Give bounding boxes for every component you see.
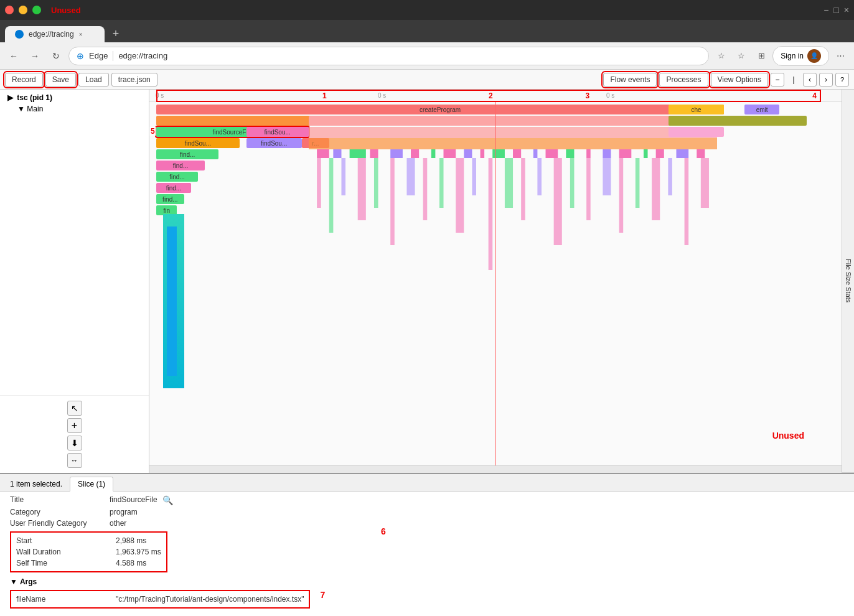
filename-row: fileName "c:/tmp/TracingTutorial/ant-des… <box>16 594 304 605</box>
block-label: find... <box>166 185 181 192</box>
bookmark-button[interactable]: ☆ <box>713 47 730 65</box>
right-sidebar: File Size Stats Metrics Frame Data Input… <box>842 90 854 473</box>
select-tool[interactable]: ↖ <box>67 401 82 416</box>
zoom-minus-button[interactable]: − <box>771 73 784 86</box>
scroll-tool[interactable]: ⬇ <box>67 436 82 450</box>
svg-rect-38 <box>537 158 542 195</box>
process-item[interactable]: ▶ tsc (pid 1) <box>5 92 144 103</box>
flame-chart-canvas[interactable]: createProgram processRootFiles findSourc… <box>149 102 842 465</box>
create-program-block[interactable]: createProgram <box>156 105 724 114</box>
address-bar[interactable]: ⊕ Edge edge://tracing <box>68 47 709 65</box>
save-button[interactable]: Save <box>45 73 76 86</box>
left-panel: ▶ tsc (pid 1) ▼ Main ↖ + ⬇ ↔ <box>0 90 149 473</box>
fit-tool[interactable]: ↔ <box>67 453 82 468</box>
main-salmon-block[interactable] <box>309 116 717 126</box>
svg-rect-46 <box>668 158 672 195</box>
block-label: createProgram <box>420 106 461 113</box>
timeline-scrollbar[interactable] <box>149 465 842 473</box>
svg-rect-27 <box>357 158 365 220</box>
trace-json-button[interactable]: trace.json <box>111 73 157 86</box>
help-button[interactable]: ? <box>835 73 849 86</box>
svg-rect-36 <box>505 158 513 208</box>
maximize-button[interactable] <box>32 6 41 14</box>
svg-rect-48 <box>701 158 709 208</box>
emit-block[interactable]: emit <box>744 105 779 114</box>
svg-rect-44 <box>636 158 640 208</box>
svg-rect-15 <box>545 149 558 158</box>
tab-title: edge://tracing <box>29 30 74 39</box>
view-options-button[interactable]: View Options <box>711 73 768 86</box>
find-sou-block-1[interactable]: findSou... <box>156 138 239 148</box>
svg-rect-2 <box>317 149 329 158</box>
trace-svg <box>309 127 717 465</box>
flow-events-button[interactable]: Flow events <box>603 73 657 86</box>
find-block-1[interactable]: find... <box>156 149 218 159</box>
find-sou-block-2[interactable]: findSou... <box>246 127 309 137</box>
zoom-separator-btn: | <box>787 73 800 86</box>
minimize-button[interactable] <box>19 6 27 14</box>
back-button[interactable]: ← <box>5 47 22 65</box>
slice-tab[interactable]: Slice (1) <box>70 477 113 492</box>
start-value: 2,988 ms <box>116 536 146 545</box>
zoom-right-button[interactable]: › <box>819 73 833 86</box>
svg-rect-13 <box>513 149 521 158</box>
args-label: Args <box>20 577 37 586</box>
close-button[interactable] <box>5 6 14 14</box>
svg-rect-18 <box>603 149 611 158</box>
wall-duration-value: 1,963.975 ms <box>116 548 161 556</box>
svg-rect-25 <box>329 158 334 233</box>
nav-separator <box>113 51 113 61</box>
minimize-icon[interactable]: − <box>824 5 828 15</box>
zoom-in-tool[interactable]: + <box>67 418 82 433</box>
block-label: find... <box>162 196 177 203</box>
svg-rect-31 <box>423 158 427 220</box>
reload-button[interactable]: ↻ <box>47 47 65 65</box>
new-tab-button[interactable]: + <box>107 25 124 42</box>
svg-rect-5 <box>370 149 378 158</box>
file-size-stats-tab[interactable]: File Size Stats <box>843 90 854 473</box>
block-label: fin <box>164 207 171 214</box>
split-view-button[interactable]: ⊞ <box>753 47 770 65</box>
svg-rect-21 <box>655 149 664 158</box>
find-block-3[interactable]: find... <box>156 172 198 182</box>
user-friendly-row: User Friendly Category other <box>10 518 844 529</box>
find-block-5[interactable]: find... <box>156 194 184 204</box>
olive-block[interactable] <box>669 116 807 126</box>
marker-1: 1 <box>322 91 327 100</box>
find-block-2[interactable]: find... <box>156 161 205 170</box>
svg-rect-1 <box>309 138 717 149</box>
svg-rect-22 <box>676 149 688 158</box>
thread-expand-icon: ▼ <box>17 105 25 113</box>
forward-button[interactable]: → <box>26 47 44 65</box>
collections-button[interactable]: ☆ <box>733 47 750 65</box>
tab-close-button[interactable]: × <box>79 31 83 38</box>
title-row: Title findSourceFile 🔍 <box>10 494 844 506</box>
menu-button[interactable]: ⋯ <box>832 47 849 65</box>
active-tab[interactable]: edge://tracing × <box>5 26 105 42</box>
close-icon[interactable]: × <box>844 5 849 15</box>
processes-button[interactable]: Processes <box>659 73 708 86</box>
svg-rect-10 <box>464 149 472 158</box>
load-button[interactable]: Load <box>78 73 109 86</box>
record-button[interactable]: Record <box>5 73 43 86</box>
find-block-4[interactable]: find... <box>156 183 191 193</box>
svg-rect-28 <box>374 158 378 208</box>
search-icon[interactable]: 🔍 <box>162 495 173 505</box>
che-block[interactable]: che <box>669 105 724 114</box>
svg-rect-0 <box>309 127 717 138</box>
sign-in-button[interactable]: Sign in 👤 <box>772 46 829 66</box>
thread-item[interactable]: ▼ Main <box>5 103 144 114</box>
wall-duration-row: Wall Duration 1,963.975 ms <box>16 546 161 558</box>
pink-wide-block[interactable] <box>669 127 724 137</box>
svg-rect-19 <box>619 149 631 158</box>
svg-rect-11 <box>480 149 484 158</box>
marker-7-label: 7 <box>320 590 325 600</box>
maximize-icon[interactable]: □ <box>833 5 838 15</box>
zoom-arrow-button[interactable]: ‹ <box>803 73 817 86</box>
marker-4: 4 <box>812 91 817 100</box>
find-sou-block-3[interactable]: findSou... <box>246 138 302 148</box>
svg-rect-47 <box>684 158 688 245</box>
block-label: che <box>691 106 701 113</box>
metrics-section: Start 2,988 ms Wall Duration 1,963.975 m… <box>10 531 167 572</box>
svg-rect-29 <box>390 158 395 245</box>
